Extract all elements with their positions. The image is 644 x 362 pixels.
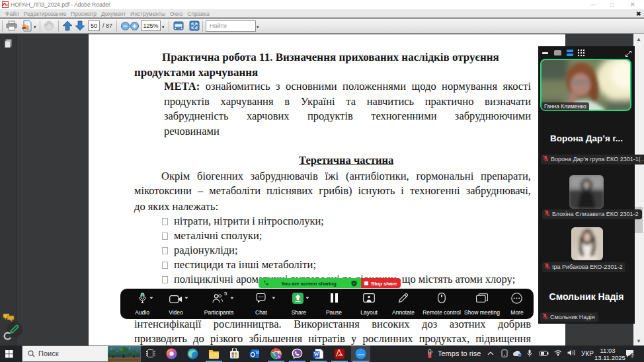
svg-text:W: W [314,351,319,357]
svg-text:2: 2 [631,353,634,358]
svg-text:A: A [277,355,280,359]
svg-text:zoom: zoom [357,353,364,356]
